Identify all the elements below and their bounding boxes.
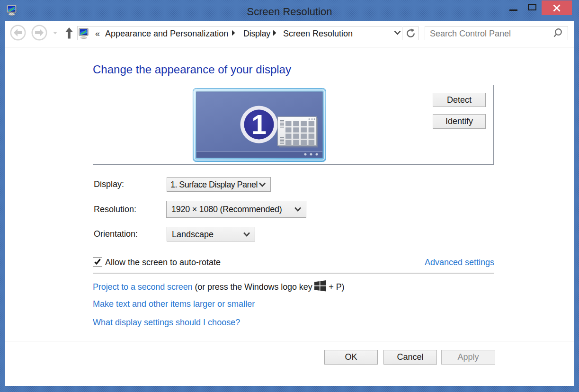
svg-text:1: 1 [251, 109, 267, 140]
